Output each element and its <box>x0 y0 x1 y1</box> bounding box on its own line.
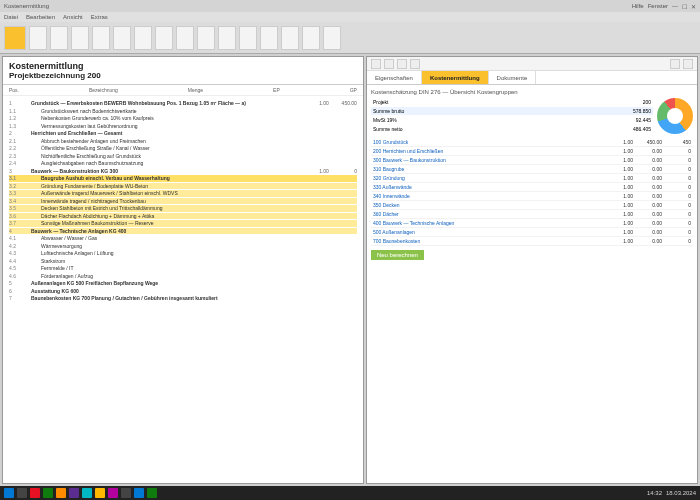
cost-line-item[interactable]: 100 Grundstück1.00450.00450 <box>371 138 693 147</box>
tab-eigenschaften[interactable]: Eigenschaften <box>367 71 422 84</box>
doc-row[interactable]: 4.2Wärmeversorgung <box>9 243 357 250</box>
doc-row[interactable]: 3.6Dächer Flachdach Abdichtung + Dämmung… <box>9 213 357 220</box>
doc-row[interactable]: 4.4Starkstrom <box>9 258 357 265</box>
doc-row[interactable]: 4.6Förderanlagen / Aufzug <box>9 273 357 280</box>
doc-row[interactable]: 3.7Sonstige Maßnahmen Baukonstruktion — … <box>9 220 357 227</box>
doc-row[interactable]: 3.5Decken Stahlbeton mit Estrich und Tri… <box>9 205 357 212</box>
row-gp <box>333 108 357 115</box>
taskbar-app-icon[interactable] <box>69 488 79 498</box>
taskbar-start-icon[interactable] <box>4 488 14 498</box>
cost-line-item[interactable]: 320 Gründung1.000.000 <box>371 174 693 183</box>
menu-file[interactable]: Datei <box>4 14 18 20</box>
doc-row[interactable]: 4.5Fernmelde / IT <box>9 265 357 272</box>
window-titlebar: Kostenermittlung Hilfe Fenster — ☐ ✕ <box>0 0 700 12</box>
ribbon-print-button[interactable] <box>92 26 110 50</box>
cost-line-item[interactable]: 300 Bauwerk — Baukonstruktion1.000.000 <box>371 156 693 165</box>
doc-row[interactable]: 5Außenanlagen KG 500 Freiflächen Bepflan… <box>9 280 357 287</box>
ribbon-filter-button[interactable] <box>239 26 257 50</box>
menu-view[interactable]: Ansicht <box>63 14 83 20</box>
ribbon-calc-button[interactable] <box>281 26 299 50</box>
row-pos: 4.2 <box>9 243 27 250</box>
row-text: Förderanlagen / Aufzug <box>31 273 301 280</box>
line-v2: 0.00 <box>636 193 662 199</box>
line-v2: 0.00 <box>636 211 662 217</box>
tab-kostenermittlung[interactable]: Kostenermittlung <box>422 71 489 84</box>
cost-line-item[interactable]: 700 Baunebenkosten1.000.000 <box>371 237 693 246</box>
doc-row[interactable]: 3.3Außenwände tragend Mauerwerk / Stahlb… <box>9 190 357 197</box>
doc-row[interactable]: 3.2Gründung Fundamente / Bodenplatte WU-… <box>9 183 357 190</box>
doc-row[interactable]: 2.3Nichtöffentliche Erschließung auf Gru… <box>9 153 357 160</box>
titlebar-help[interactable]: Hilfe <box>632 3 644 10</box>
taskbar-app-icon[interactable] <box>82 488 92 498</box>
doc-row[interactable]: 3.1Baugrube Aushub einschl. Verbau und W… <box>9 175 357 182</box>
recalculate-button[interactable]: Neu berechnen <box>371 250 424 260</box>
document-body[interactable]: 1Grundstück — Erwerbskosten BEWERB Wohnb… <box>3 96 363 483</box>
row-gp <box>333 228 357 235</box>
doc-row[interactable]: 4.3Lufttechnische Anlagen / Lüftung <box>9 250 357 257</box>
doc-row[interactable]: 1Grundstück — Erwerbskosten BEWERB Wohnb… <box>9 100 357 107</box>
home-icon[interactable] <box>410 59 420 69</box>
cost-line-item[interactable]: 200 Herrichten und Erschließen1.000.000 <box>371 147 693 156</box>
forward-icon[interactable] <box>384 59 394 69</box>
ribbon-home-button[interactable] <box>4 26 26 50</box>
doc-row[interactable]: 2.1Abbruch bestehender Anlagen und Freim… <box>9 138 357 145</box>
ribbon-save-button[interactable] <box>71 26 89 50</box>
row-text: Sonstige Maßnahmen Baukonstruktion — Res… <box>31 220 301 227</box>
taskbar-app-icon[interactable] <box>56 488 66 498</box>
ribbon-sort-button[interactable] <box>260 26 278 50</box>
menu-edit[interactable]: Bearbeiten <box>26 14 55 20</box>
taskbar-app-icon[interactable] <box>121 488 131 498</box>
minimize-icon[interactable]: — <box>672 3 678 10</box>
cost-line-item[interactable]: 500 Außenanlagen1.000.000 <box>371 228 693 237</box>
ribbon-search-button[interactable] <box>218 26 236 50</box>
cost-line-item[interactable]: 310 Baugrube1.000.000 <box>371 165 693 174</box>
doc-row[interactable]: 1.1Grundstückswert nach Bodenrichtwertka… <box>9 108 357 115</box>
doc-row[interactable]: 1.3Vermessungskosten laut Gebührenordnun… <box>9 123 357 130</box>
doc-row[interactable]: 2.2Öffentliche Erschließung Straße / Kan… <box>9 145 357 152</box>
ribbon-undo-button[interactable] <box>176 26 194 50</box>
ribbon-config-button[interactable] <box>323 26 341 50</box>
taskbar-app-icon[interactable] <box>30 488 40 498</box>
cost-line-item[interactable]: 350 Decken1.000.000 <box>371 201 693 210</box>
taskbar-search-icon[interactable] <box>17 488 27 498</box>
back-icon[interactable] <box>371 59 381 69</box>
ribbon-export-button[interactable] <box>302 26 320 50</box>
doc-row[interactable]: 4.1Abwasser / Wasser / Gas <box>9 235 357 242</box>
ribbon-cut-button[interactable] <box>113 26 131 50</box>
doc-row[interactable]: 2Herrichten und Erschließen — Gesamt <box>9 130 357 137</box>
settings-icon[interactable] <box>670 59 680 69</box>
taskbar-app-icon[interactable] <box>108 488 118 498</box>
row-gp <box>333 153 357 160</box>
tab-dokumente[interactable]: Dokumente <box>489 71 537 84</box>
ribbon-copy-button[interactable] <box>134 26 152 50</box>
doc-row[interactable]: 1.2Nebenkosten Grunderwerb ca. 10% vom K… <box>9 115 357 122</box>
pin-icon[interactable] <box>683 59 693 69</box>
cost-line-item[interactable]: 330 Außenwände1.000.000 <box>371 183 693 192</box>
cost-line-item[interactable]: 400 Bauwerk — Technische Anlagen1.000.00… <box>371 219 693 228</box>
close-icon[interactable]: ✕ <box>691 3 696 10</box>
ribbon-redo-button[interactable] <box>197 26 215 50</box>
line-v1: 1.00 <box>607 193 633 199</box>
taskbar-app-icon[interactable] <box>43 488 53 498</box>
row-text: Außenwände tragend Mauerwerk / Stahlbeto… <box>31 190 301 197</box>
ribbon-new-button[interactable] <box>29 26 47 50</box>
taskbar-app-icon[interactable] <box>147 488 157 498</box>
taskbar-app-icon[interactable] <box>134 488 144 498</box>
row-text: Dächer Flachdach Abdichtung + Dämmung + … <box>31 213 301 220</box>
taskbar-app-icon[interactable] <box>95 488 105 498</box>
doc-row[interactable]: 3Bauwerk — Baukonstruktion KG 3001.000 <box>9 168 357 175</box>
cost-line-item[interactable]: 360 Dächer1.000.000 <box>371 210 693 219</box>
ribbon-open-button[interactable] <box>50 26 68 50</box>
doc-row[interactable]: 4Bauwerk — Technische Anlagen KG 400 <box>9 228 357 235</box>
titlebar-window[interactable]: Fenster <box>648 3 668 10</box>
doc-row[interactable]: 3.4Innenwände tragend / nichttragend Tro… <box>9 198 357 205</box>
doc-row[interactable]: 2.4Ausgleichsabgaben nach Baumschutzsatz… <box>9 160 357 167</box>
cost-line-item[interactable]: 340 Innenwände1.000.000 <box>371 192 693 201</box>
refresh-icon[interactable] <box>397 59 407 69</box>
menu-extras[interactable]: Extras <box>91 14 108 20</box>
ribbon-paste-button[interactable] <box>155 26 173 50</box>
summary-label: Summe netto <box>373 126 403 132</box>
maximize-icon[interactable]: ☐ <box>682 3 687 10</box>
doc-row[interactable]: 6Ausstattung KG 600 <box>9 288 357 295</box>
doc-row[interactable]: 7Baunebenkosten KG 700 Planung / Gutacht… <box>9 295 357 302</box>
